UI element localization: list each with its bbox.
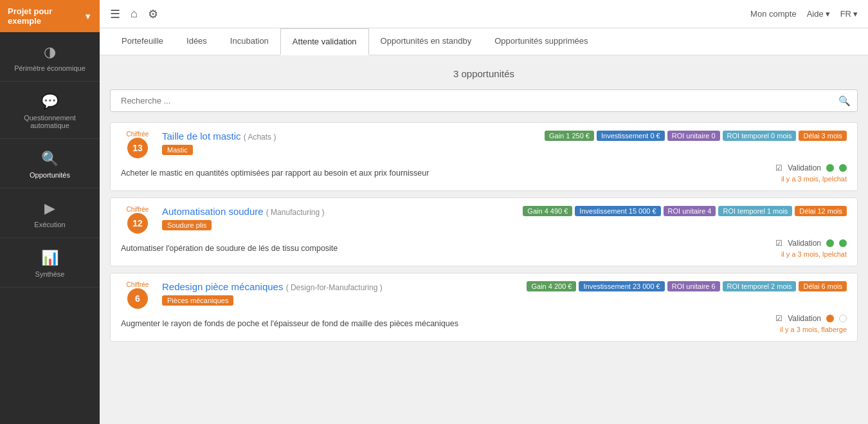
dot-empty-1 xyxy=(839,315,847,322)
card-metrics-2: Gain 4 490 € Investissement 15 000 € ROI… xyxy=(523,206,847,216)
lang-dropdown[interactable]: FR ▾ xyxy=(840,9,858,19)
validation-checkbox-2: ☑ xyxy=(775,239,782,248)
dot-green-4 xyxy=(839,239,847,247)
card-title-1[interactable]: Taille de lot mastic ( Achats ) xyxy=(162,131,276,142)
card-header-2: Chiffrée 12 Automatisation soudure ( Man… xyxy=(121,206,847,234)
sidebar-item-label: Exécution xyxy=(34,221,65,228)
help-label: Aide xyxy=(807,9,824,19)
card-badge-1: Chiffrée 13 xyxy=(121,131,154,158)
sidebar-item-questionnement[interactable]: 💬 Questionnement automatique xyxy=(0,82,100,139)
card-title-section-2: Automatisation soudure ( Manufacturing )… xyxy=(162,206,324,230)
lang-chevron: ▾ xyxy=(853,9,858,19)
card-header-1: Chiffrée 13 Taille de lot mastic ( Achat… xyxy=(121,131,847,158)
card-description-3: Augmenter le rayon de fonds de poche et … xyxy=(121,319,731,328)
card-title-2[interactable]: Automatisation soudure ( Manufacturing ) xyxy=(162,206,324,217)
opportunities-count: 3 opportunités xyxy=(110,68,858,79)
dot-orange-1 xyxy=(826,315,834,322)
project-label: Projet pour exemple xyxy=(8,6,84,26)
card-left-2: Chiffrée 12 Automatisation soudure ( Man… xyxy=(121,206,324,234)
help-dropdown[interactable]: Aide ▾ xyxy=(807,9,830,19)
metric-roi-unit-3: ROI unitaire 6 xyxy=(667,281,720,291)
validation-row-1: ☑ Validation xyxy=(775,163,847,172)
tab-idees[interactable]: Idées xyxy=(175,28,219,55)
card-tag-3[interactable]: Pièces mécaniques xyxy=(162,295,233,306)
main-content: ☰ ⌂ ⚙ Mon compte Aide ▾ FR ▾ Portefeuill… xyxy=(100,0,868,424)
menu-icon[interactable]: ☰ xyxy=(110,7,120,21)
card-right-footer-2: ☑ Validation il y a 3 mois, lpelchat xyxy=(731,239,847,258)
execution-icon: ▶ xyxy=(44,200,55,217)
sidebar-item-label: Synthèse xyxy=(35,270,65,278)
card-header-3: Chiffrée 6 Redesign pièce mécaniques ( D… xyxy=(121,281,847,309)
tab-opportunites-standby[interactable]: Opportunités en standby xyxy=(369,28,484,55)
tab-attente-validation[interactable]: Attente validation xyxy=(280,28,369,55)
home-icon[interactable]: ⌂ xyxy=(131,7,138,21)
metric-investment-3: Investissement 23 000 € xyxy=(579,281,664,291)
card-title-3[interactable]: Redesign pièce mécaniques ( Design-for-M… xyxy=(162,281,383,292)
tab-incubation[interactable]: Incubation xyxy=(219,28,280,55)
lang-label: FR xyxy=(840,9,851,19)
badge-circle-3: 6 xyxy=(127,288,148,309)
title-text-2: Automatisation soudure xyxy=(162,206,264,217)
card-left-1: Chiffrée 13 Taille de lot mastic ( Achat… xyxy=(121,131,276,158)
account-link[interactable]: Mon compte xyxy=(750,9,797,19)
metric-gain-3: Gain 4 200 € xyxy=(527,281,576,291)
sidebar-item-label: Périmètre économique xyxy=(14,64,86,72)
search-icon: 🔍 xyxy=(838,95,851,107)
metric-delay-3: Délai 6 mois xyxy=(799,281,847,291)
dot-green-1 xyxy=(826,164,834,172)
card-footer-1: Acheter le mastic en quantités optimisée… xyxy=(121,163,847,183)
badge-label-3: Chiffrée xyxy=(127,281,149,288)
card-metrics-1: Gain 1 250 € Investissement 0 € ROI unit… xyxy=(545,131,847,141)
settings-icon[interactable]: ⚙ xyxy=(148,7,158,21)
card-tag-2[interactable]: Soudure plis xyxy=(162,220,212,230)
topbar-right: Mon compte Aide ▾ FR ▾ xyxy=(750,9,858,19)
validation-label-2: Validation xyxy=(788,239,821,248)
opportunites-icon: 🔍 xyxy=(41,151,59,167)
opportunity-card-1: Chiffrée 13 Taille de lot mastic ( Achat… xyxy=(110,122,858,191)
category-2: ( Manufacturing ) xyxy=(266,208,325,217)
sidebar-item-synthese[interactable]: 📊 Synthèse xyxy=(0,238,100,288)
card-right-footer-1: ☑ Validation il y a 3 mois, lpelchat xyxy=(731,163,847,183)
metric-roi-temporal-2: ROI temporel 1 mois xyxy=(718,206,792,216)
metric-roi-temporal-3: ROI temporel 2 mois xyxy=(723,281,797,291)
badge-label-2: Chiffrée xyxy=(127,206,149,213)
metric-gain-1: Gain 1 250 € xyxy=(545,131,594,141)
validation-checkbox-3: ☑ xyxy=(775,314,782,323)
sidebar-item-label: Questionnement automatique xyxy=(6,114,93,129)
tab-opportunites-supprimees[interactable]: Opportunités supprimées xyxy=(483,28,599,55)
card-tag-1[interactable]: Mastic xyxy=(162,145,193,155)
project-chevron: ▼ xyxy=(84,12,92,21)
validation-label-3: Validation xyxy=(788,314,821,323)
nav-tabs: Portefeuille Idées Incubation Attente va… xyxy=(100,28,868,55)
help-chevron: ▾ xyxy=(826,9,830,19)
card-right-footer-3: ☑ Validation il y a 3 mois, flaberge xyxy=(731,314,847,333)
search-input[interactable] xyxy=(117,90,838,111)
metric-roi-temporal-1: ROI temporel 0 mois xyxy=(723,131,797,141)
validation-label-1: Validation xyxy=(788,163,821,172)
metric-delay-2: Délai 12 mois xyxy=(795,206,847,216)
card-title-section-1: Taille de lot mastic ( Achats ) Mastic xyxy=(162,131,276,155)
questionnement-icon: 💬 xyxy=(41,93,59,110)
search-bar: 🔍 xyxy=(110,89,858,112)
metric-roi-unit-1: ROI unitaire 0 xyxy=(667,131,720,141)
sidebar-item-perimetre[interactable]: ◑ Périmètre économique xyxy=(0,32,100,82)
project-header[interactable]: Projet pour exemple ▼ xyxy=(0,0,100,32)
validation-row-2: ☑ Validation xyxy=(775,239,847,248)
badge-label-1: Chiffrée xyxy=(127,131,149,138)
content-area: 3 opportunités 🔍 Chiffrée 13 Taille de l… xyxy=(100,55,868,424)
sidebar-item-execution[interactable]: ▶ Exécution xyxy=(0,189,100,238)
metric-roi-unit-2: ROI unitaire 4 xyxy=(664,206,716,216)
dot-green-3 xyxy=(826,239,834,247)
topbar: ☰ ⌂ ⚙ Mon compte Aide ▾ FR ▾ xyxy=(100,0,868,28)
perimetre-icon: ◑ xyxy=(44,44,56,60)
validation-row-3: ☑ Validation xyxy=(775,314,847,323)
card-title-section-3: Redesign pièce mécaniques ( Design-for-M… xyxy=(162,281,383,306)
timestamp-3: il y a 3 mois, flaberge xyxy=(780,326,847,333)
badge-circle-1: 13 xyxy=(127,138,148,158)
tab-portefeuille[interactable]: Portefeuille xyxy=(110,28,175,55)
card-description-1: Acheter le mastic en quantités optimisée… xyxy=(121,169,731,178)
sidebar-item-opportunites[interactable]: 🔍 Opportunités xyxy=(0,139,100,189)
validation-checkbox-1: ☑ xyxy=(775,163,782,172)
sidebar: Projet pour exemple ▼ ◑ Périmètre économ… xyxy=(0,0,100,424)
card-left-3: Chiffrée 6 Redesign pièce mécaniques ( D… xyxy=(121,281,383,309)
